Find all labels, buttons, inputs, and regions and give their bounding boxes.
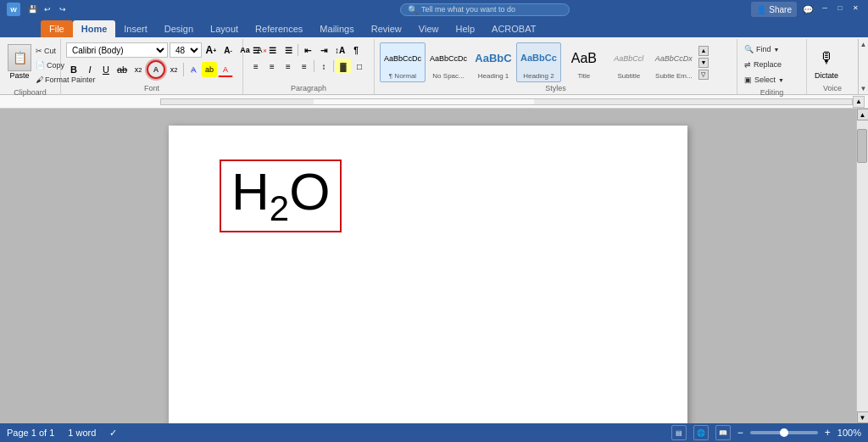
style-heading1[interactable]: AaBbC Heading 1 xyxy=(471,43,515,81)
paste-icon: 📋 xyxy=(8,44,31,71)
find-button[interactable]: 🔍 Find ▼ xyxy=(743,42,786,56)
tab-design[interactable]: Design xyxy=(156,20,202,37)
style-subtitle[interactable]: AaBbCcl Subtitle xyxy=(607,43,651,81)
styles-group-label: Styles xyxy=(378,84,733,94)
subscript-button[interactable]: x2 xyxy=(131,62,146,77)
zoom-slider[interactable] xyxy=(750,431,818,434)
line-spacing-button[interactable]: ↕ xyxy=(316,59,331,74)
style-normal-label: ¶ Normal xyxy=(389,72,416,80)
scroll-down-button[interactable]: ▼ xyxy=(857,411,869,423)
comments-button[interactable]: 💬 xyxy=(800,2,815,17)
h2o-formula[interactable]: H2O xyxy=(220,159,342,232)
strikethrough-button[interactable]: ab xyxy=(114,62,130,77)
tab-acrobat[interactable]: ACROBAT xyxy=(483,20,544,37)
justify-button[interactable]: ≡ xyxy=(297,59,312,74)
replace-icon: ⇌ xyxy=(744,60,751,69)
style-title[interactable]: AaB Title xyxy=(562,43,606,81)
clear-formatting-circled-button[interactable]: A xyxy=(147,60,165,79)
superscript-button[interactable]: x2 xyxy=(166,62,181,77)
scroll-up-button[interactable]: ▲ xyxy=(857,109,869,120)
paragraph-group: ☰ ☰ ☰ ⇤ ⇥ ↕A ¶ ≡ ≡ ≡ ≡ ↕ ▓ xyxy=(243,39,375,94)
proofing-icon[interactable]: ✓ xyxy=(109,428,117,439)
style-no-spacing[interactable]: AaBbCcDc No Spac... xyxy=(426,43,470,81)
font-color-button[interactable]: A xyxy=(218,62,233,77)
zoom-in-button[interactable]: + xyxy=(825,427,831,439)
tab-home[interactable]: Home xyxy=(73,20,116,37)
font-group-label: Font xyxy=(64,84,239,94)
font-family-select[interactable]: Calibri (Body) xyxy=(66,42,168,58)
scroll-thumb[interactable] xyxy=(857,129,867,163)
dictate-button[interactable]: 🎙 Dictate xyxy=(812,43,841,82)
maximize-button[interactable]: □ xyxy=(834,2,846,14)
borders-button[interactable]: □ xyxy=(352,59,367,74)
italic-button[interactable]: I xyxy=(82,62,97,77)
text-effects-button[interactable]: A xyxy=(186,62,201,77)
tab-insert[interactable]: Insert xyxy=(115,20,156,37)
style-subtitle-preview: AaBbCcl xyxy=(614,45,643,72)
search-box[interactable]: 🔍 Tell me what you want to do xyxy=(400,3,570,16)
styles-scroll-up[interactable]: ▲ ▼ ▽ xyxy=(698,46,709,80)
show-marks-button[interactable]: ¶ xyxy=(348,42,364,58)
title-bar: W 💾 ↩ ↪ 44 Copy - Word 🔍 Tell me what yo… xyxy=(0,0,868,19)
align-center-button[interactable]: ≡ xyxy=(264,59,280,74)
view-read-mode[interactable]: 📖 xyxy=(715,425,731,440)
style-heading2[interactable]: AaBbCc Heading 2 xyxy=(516,42,561,82)
style-title-label: Title xyxy=(577,72,590,80)
replace-button[interactable]: ⇌ Replace xyxy=(743,58,786,71)
decrease-indent-button[interactable]: ⇤ xyxy=(300,42,315,58)
tab-help[interactable]: Help xyxy=(447,20,483,37)
decrease-font-size-button[interactable]: A- xyxy=(220,42,236,58)
tab-view[interactable]: View xyxy=(410,20,448,37)
ribbon-scroll-down[interactable]: ▼ xyxy=(860,85,867,92)
editing-group: 🔍 Find ▼ ⇌ Replace ▣ Select ▼ Editing xyxy=(737,39,807,94)
bullets-button[interactable]: ☰ xyxy=(248,42,264,58)
window-controls: 👤 Share 💬 ─ □ ✕ xyxy=(751,2,861,17)
o-letter: O xyxy=(289,162,330,221)
increase-font-size-button[interactable]: A+ xyxy=(203,42,219,58)
tab-references[interactable]: References xyxy=(247,20,311,37)
page-info: Page 1 of 1 xyxy=(7,428,54,439)
tab-mailings[interactable]: Mailings xyxy=(311,20,362,37)
share-button[interactable]: 👤 Share xyxy=(751,2,797,17)
underline-button[interactable]: U xyxy=(98,62,114,77)
tab-file[interactable]: File xyxy=(41,20,73,37)
zoom-out-button[interactable]: − xyxy=(737,427,743,439)
minimize-button[interactable]: ─ xyxy=(819,2,831,14)
scroll-track[interactable] xyxy=(857,120,868,411)
microphone-icon: 🎙 xyxy=(816,46,837,71)
quick-access-save[interactable]: 💾 xyxy=(25,3,39,16)
ribbon-collapse[interactable]: ▲ xyxy=(853,96,865,108)
find-chevron: ▼ xyxy=(774,47,780,53)
view-print-layout[interactable]: ▤ xyxy=(671,425,687,440)
shading-button[interactable]: ▓ xyxy=(336,59,351,74)
voice-group-label: Voice xyxy=(810,84,854,94)
document-inner: H2O xyxy=(0,109,856,423)
quick-access-redo[interactable]: ↪ xyxy=(56,3,70,16)
font-size-select[interactable]: 48 xyxy=(170,42,202,58)
align-right-button[interactable]: ≡ xyxy=(281,59,296,74)
quick-access-undo[interactable]: ↩ xyxy=(41,3,54,16)
select-button[interactable]: ▣ Select ▼ xyxy=(743,73,786,87)
app-window: W 💾 ↩ ↪ 44 Copy - Word 🔍 Tell me what yo… xyxy=(0,0,868,442)
status-right: ▤ 🌐 📖 − + 100% xyxy=(671,425,861,440)
paste-button[interactable]: 📋 Paste xyxy=(5,42,34,87)
multilevel-list-button[interactable]: ☰ xyxy=(281,42,296,58)
sort-button[interactable]: ↕A xyxy=(332,42,348,58)
align-left-button[interactable]: ≡ xyxy=(248,59,264,74)
zoom-level: 100% xyxy=(837,428,861,438)
numbering-button[interactable]: ☰ xyxy=(264,42,280,58)
style-subtle-em[interactable]: AaBbCcDx Subtle Em... xyxy=(652,43,696,81)
highlight-color-button[interactable]: ab xyxy=(202,62,217,77)
word-count: 1 word xyxy=(68,428,96,439)
ribbon-tabs-bar: File Home Insert Design Layout Reference… xyxy=(0,19,868,37)
bold-button[interactable]: B xyxy=(66,62,81,77)
increase-indent-button[interactable]: ⇥ xyxy=(316,42,331,58)
style-normal[interactable]: AaBbCcDc ¶ Normal xyxy=(380,42,426,82)
tab-layout[interactable]: Layout xyxy=(202,20,247,37)
status-bar: Page 1 of 1 1 word ✓ ▤ 🌐 📖 − + 100% xyxy=(0,423,868,442)
ribbon-scroll-up[interactable]: ▲ xyxy=(860,41,867,48)
tab-review[interactable]: Review xyxy=(363,20,410,37)
ribbon-right-scroll: ▲ ▼ xyxy=(858,39,868,94)
close-button[interactable]: ✕ xyxy=(849,2,861,14)
view-web-layout[interactable]: 🌐 xyxy=(693,425,709,440)
